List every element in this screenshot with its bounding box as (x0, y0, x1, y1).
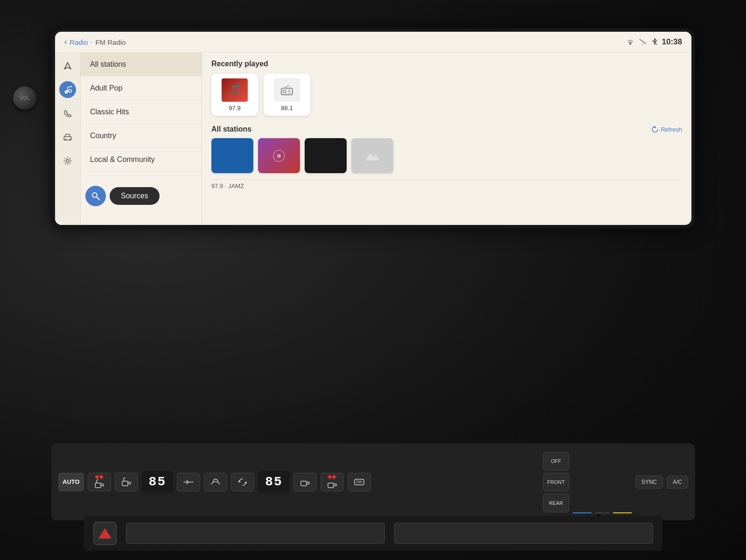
grid-station-1[interactable] (211, 138, 253, 173)
svg-point-6 (65, 139, 66, 140)
svg-marker-21 (238, 480, 241, 482)
vol-label: VOL (20, 96, 29, 101)
climate-panel: AUTO 85 85 OFF FRONT REAR (51, 443, 695, 520)
grid-card-bg-2 (258, 138, 300, 173)
breadcrumb: ‹ Radio · FM Radio (64, 38, 627, 46)
recently-played-list: 97.9 88.1 (211, 74, 682, 116)
grid-station-4[interactable] (351, 138, 393, 173)
breadcrumb-current: FM Radio (95, 38, 125, 46)
station-local[interactable]: Local & Community (81, 148, 202, 172)
station-classic-hits[interactable]: Classic Hits (81, 100, 202, 124)
off-label: OFF (551, 458, 561, 464)
svg-line-10 (97, 197, 99, 200)
svg-rect-25 (355, 479, 364, 485)
sync-button[interactable]: SYNC (635, 476, 663, 489)
rear-defrost[interactable] (348, 473, 371, 491)
nav-settings[interactable] (59, 153, 76, 169)
svg-point-7 (70, 139, 71, 140)
station-label-979: 97.9 (229, 105, 240, 112)
svg-point-3 (65, 91, 68, 93)
seat-heat-left-2[interactable] (115, 473, 138, 491)
station-adult-pop[interactable]: Adult Pop (81, 77, 202, 100)
clock: 10:38 (662, 37, 682, 47)
climate-extra-controls: OFF FRONT REAR (543, 452, 569, 512)
back-button[interactable]: ‹ (64, 38, 67, 46)
fan-speed[interactable] (204, 473, 227, 491)
volume-knob[interactable]: VOL (13, 86, 36, 110)
nav-car[interactable] (59, 129, 76, 146)
bottom-controls (84, 516, 662, 551)
vent-left (126, 523, 385, 544)
nav-phone[interactable] (59, 105, 76, 122)
signal-icon (627, 38, 634, 46)
status-bar: 10:38 (627, 37, 682, 47)
now-playing-text: 97.9 · JAMZ (211, 182, 244, 189)
screen-bezel: ‹ Radio · FM Radio 10:38 (51, 28, 695, 229)
temp-left: 85 (142, 471, 174, 493)
stations-panel: All stations Adult Pop Classic Hits Coun… (81, 53, 202, 225)
svg-point-8 (66, 160, 69, 162)
grid-card-bg-4 (351, 138, 393, 173)
main-screen: ‹ Radio · FM Radio 10:38 (55, 32, 691, 225)
now-playing-bar: 97.9 · JAMZ (211, 179, 682, 192)
content-panel: Recently played 97.9 88.1 All s (202, 53, 691, 225)
yellow-indicator (613, 512, 632, 513)
svg-point-4 (69, 90, 71, 92)
front-label: FRONT (547, 479, 565, 485)
nav-navigation[interactable] (59, 57, 76, 74)
refresh-label: Refresh (661, 126, 682, 133)
recirculate[interactable] (231, 473, 254, 491)
recent-station-979[interactable]: 97.9 (211, 74, 258, 116)
seat-heat-right-2[interactable] (321, 473, 344, 491)
seat-heat-left-1[interactable] (88, 473, 111, 491)
led-red-3 (328, 476, 331, 478)
refresh-button[interactable]: Refresh (652, 126, 682, 133)
bluetooth-icon (652, 38, 657, 47)
auto-button[interactable]: AUTO (58, 473, 84, 491)
all-stations-header: All stations Refresh (211, 125, 682, 133)
svg-rect-23 (301, 481, 307, 486)
station-all[interactable]: All stations (81, 53, 202, 77)
off-button[interactable]: OFF (543, 452, 569, 470)
left-nav (55, 53, 81, 225)
led-red-1 (96, 476, 98, 478)
sources-button[interactable]: Sources (110, 187, 160, 205)
svg-line-1 (640, 39, 646, 44)
rear-button[interactable]: REAR (543, 494, 569, 512)
grid-station-2[interactable] (258, 138, 300, 173)
search-button[interactable] (85, 186, 106, 206)
led-red-2 (100, 476, 103, 478)
top-bar: ‹ Radio · FM Radio 10:38 (55, 32, 691, 53)
wifi-off-icon (639, 38, 647, 46)
bottom-toolbar: Sources (81, 181, 202, 211)
seat-heat-right-1[interactable] (293, 473, 317, 491)
svg-point-18 (277, 154, 281, 158)
ac-button[interactable]: A/C (667, 476, 688, 489)
station-country[interactable]: Country (81, 124, 202, 148)
svg-rect-20 (122, 481, 128, 486)
svg-rect-24 (328, 483, 334, 488)
hazard-button[interactable] (93, 522, 117, 545)
svg-marker-2 (64, 63, 71, 69)
fan-vent-left[interactable] (177, 473, 200, 491)
breadcrumb-radio[interactable]: Radio (70, 38, 88, 46)
recent-station-881[interactable]: 88.1 (264, 74, 310, 116)
station-art-881 (274, 78, 300, 102)
svg-point-0 (629, 43, 631, 45)
nav-music[interactable] (59, 81, 76, 98)
grid-card-bg-1 (211, 138, 253, 173)
recently-played-title: Recently played (211, 60, 682, 68)
temp-right: 85 (258, 471, 290, 493)
svg-marker-22 (244, 482, 247, 484)
station-label-881: 88.1 (281, 105, 293, 112)
hazard-icon (98, 528, 112, 539)
station-art-979 (222, 78, 248, 102)
rear-label: REAR (549, 500, 563, 506)
down-control: ▼ (595, 512, 609, 513)
main-content: All stations Adult Pop Classic Hits Coun… (55, 53, 691, 225)
led-red-4 (333, 476, 335, 478)
breadcrumb-separator: · (91, 38, 93, 46)
grid-station-3[interactable] (305, 138, 347, 173)
blue-indicator (573, 512, 592, 513)
front-button[interactable]: FRONT (543, 473, 569, 491)
